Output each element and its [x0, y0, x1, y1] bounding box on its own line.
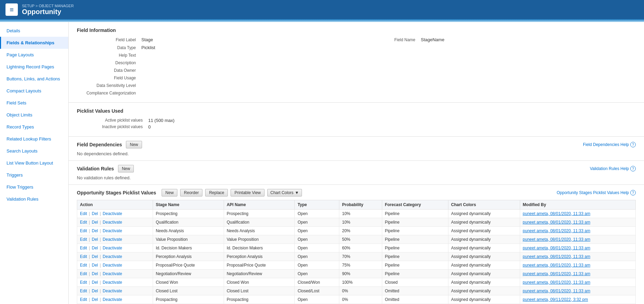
field-label-dataowner: Data Owner [77, 68, 139, 73]
stages-reorder-button[interactable]: Reorder [180, 189, 202, 196]
modified-by-link-2[interactable]: puneet ameta, 08/01/2020, 11:33 am [523, 228, 590, 233]
stages-replace-button[interactable]: Replace [205, 189, 228, 196]
sidebar-item-object-limits[interactable]: Object Limits [0, 109, 68, 121]
modified-by-link-0[interactable]: puneet ameta, 08/01/2020, 11:33 am [523, 211, 590, 216]
modified-by-link-1[interactable]: puneet ameta, 08/01/2020, 11:33 am [523, 220, 590, 225]
row-9-modified-by: puneet ameta, 08/01/2020, 11:33 am [520, 287, 635, 295]
page-title: Opportunity [22, 8, 74, 16]
modified-by-link-10[interactable]: puneet ameta, 09/11/2022, 3:32 pm [523, 297, 588, 302]
action-edit-0[interactable]: Edit [80, 211, 87, 216]
modified-by-link-9[interactable]: puneet ameta, 08/01/2020, 11:33 am [523, 289, 590, 293]
action-edit-4[interactable]: Edit [80, 246, 87, 250]
action-deactivate-3[interactable]: Deactivate [103, 237, 122, 242]
sidebar-item-page-layouts[interactable]: Page Layouts [0, 49, 68, 61]
field-dependencies-section: Field Dependencies New Field Dependencie… [69, 137, 644, 161]
action-del-10[interactable]: Del [92, 297, 98, 302]
row-8-stage-name: Closed Won [153, 278, 224, 287]
sidebar-item-field-sets[interactable]: Field Sets [0, 97, 68, 109]
table-row: Edit | Del | DeactivatePerception Analys… [77, 252, 636, 261]
stages-help-link[interactable]: Opportunity Stages Picklist Values Help [557, 190, 629, 195]
field-dependencies-help-link[interactable]: Field Dependencies Help [583, 142, 629, 147]
action-separator: | [88, 254, 91, 259]
action-del-8[interactable]: Del [92, 280, 98, 285]
action-del-6[interactable]: Del [92, 263, 98, 268]
table-row: Edit | Del | DeactivateClosed WonClosed … [77, 278, 636, 287]
row-0-modified-by: puneet ameta, 08/01/2020, 11:33 am [520, 210, 635, 218]
row-4-forecast-category: Pipeline [382, 244, 448, 252]
action-edit-9[interactable]: Edit [80, 289, 87, 293]
sidebar-item-record-types[interactable]: Record Types [0, 121, 68, 133]
stages-new-button[interactable]: New [162, 189, 177, 196]
action-separator: | [99, 220, 102, 225]
action-del-0[interactable]: Del [92, 211, 98, 216]
action-del-3[interactable]: Del [92, 237, 98, 242]
sidebar-item-details[interactable]: Details [0, 25, 68, 37]
action-separator: | [88, 263, 91, 268]
action-del-7[interactable]: Del [92, 271, 98, 276]
sidebar-item-list-view-button-layout[interactable]: List View Button Layout [0, 157, 68, 169]
action-deactivate-9[interactable]: Deactivate [103, 289, 122, 293]
sidebar-item-fields-relationships[interactable]: Fields & Relationships [0, 37, 68, 49]
action-del-4[interactable]: Del [92, 246, 98, 250]
col-type: Type [295, 200, 339, 210]
action-deactivate-5[interactable]: Deactivate [103, 254, 122, 259]
action-deactivate-6[interactable]: Deactivate [103, 263, 122, 268]
action-deactivate-10[interactable]: Deactivate [103, 297, 122, 302]
stages-chart-colors-button[interactable]: Chart Colors ▼ [267, 189, 302, 196]
breadcrumb-setup[interactable]: SETUP [22, 4, 34, 8]
action-del-2[interactable]: Del [92, 228, 98, 233]
row-10-stage-name: Prospacting [153, 295, 224, 304]
sidebar-item-flow-triggers[interactable]: Flow Triggers [0, 181, 68, 193]
action-separator: | [99, 228, 102, 233]
sidebar-item-search-layouts[interactable]: Search Layouts [0, 145, 68, 157]
sidebar-item-related-lookup-filters[interactable]: Related Lookup Filters [0, 133, 68, 145]
action-edit-8[interactable]: Edit [80, 280, 87, 285]
action-deactivate-2[interactable]: Deactivate [103, 228, 122, 233]
action-edit-3[interactable]: Edit [80, 237, 87, 242]
stages-title: Opportunity Stages Picklist Values [77, 190, 156, 195]
stages-printable-view-button[interactable]: Printable View [231, 189, 265, 196]
validation-rules-help-link[interactable]: Validation Rules Help [590, 166, 629, 171]
modified-by-link-5[interactable]: puneet ameta, 08/01/2020, 11:33 am [523, 254, 590, 259]
sidebar-item-lightning-record-pages[interactable]: Lightning Record Pages [0, 61, 68, 73]
action-edit-10[interactable]: Edit [80, 297, 87, 302]
sidebar-item-buttons-links-actions[interactable]: Buttons, Links, and Actions [0, 73, 68, 85]
modified-by-link-6[interactable]: puneet ameta, 08/01/2020, 11:33 am [523, 263, 590, 268]
picklist-values-section: Picklist Values Used Active picklist val… [69, 103, 644, 137]
modified-by-link-3[interactable]: puneet ameta, 08/01/2020, 11:33 am [523, 237, 590, 242]
action-del-5[interactable]: Del [92, 254, 98, 259]
action-separator: | [99, 246, 102, 250]
modified-by-link-8[interactable]: puneet ameta, 08/01/2020, 11:33 am [523, 280, 590, 285]
row-10-probability: 0% [339, 295, 382, 304]
stages-help-icon[interactable]: ? [630, 190, 636, 195]
validation-rules-new-button[interactable]: New [118, 165, 134, 172]
action-deactivate-1[interactable]: Deactivate [103, 220, 122, 225]
modified-by-link-4[interactable]: puneet ameta, 08/01/2020, 11:33 am [523, 246, 590, 250]
validation-rules-content: No validation rules defined. [77, 175, 636, 180]
modified-by-link-7[interactable]: puneet ameta, 08/01/2020, 11:33 am [523, 271, 590, 276]
action-edit-1[interactable]: Edit [80, 220, 87, 225]
sidebar-item-compact-layouts[interactable]: Compact Layouts [0, 85, 68, 97]
row-4-chart-colors: Assigned dynamically [448, 244, 520, 252]
field-dependencies-help-icon[interactable]: ? [630, 142, 636, 147]
sidebar-item-validation-rules[interactable]: Validation Rules [0, 193, 68, 205]
field-dependencies-new-button[interactable]: New [126, 141, 142, 148]
row-0-type: Open [295, 210, 339, 218]
action-edit-7[interactable]: Edit [80, 271, 87, 276]
breadcrumb-object-manager[interactable]: OBJECT MANAGER [39, 4, 74, 8]
action-del-9[interactable]: Del [92, 289, 98, 293]
row-1-stage-name: Qualification [153, 218, 224, 227]
action-deactivate-7[interactable]: Deactivate [103, 271, 122, 276]
row-0-api-name: Prospecting [224, 210, 295, 218]
table-row: Edit | Del | DeactivateClosed LostClosed… [77, 287, 636, 295]
action-edit-6[interactable]: Edit [80, 263, 87, 268]
validation-rules-help-icon[interactable]: ? [630, 166, 636, 171]
action-edit-5[interactable]: Edit [80, 254, 87, 259]
sidebar-item-triggers[interactable]: Triggers [0, 169, 68, 181]
action-separator: | [88, 289, 91, 293]
action-deactivate-0[interactable]: Deactivate [103, 211, 122, 216]
action-deactivate-4[interactable]: Deactivate [103, 246, 122, 250]
action-deactivate-8[interactable]: Deactivate [103, 280, 122, 285]
action-edit-2[interactable]: Edit [80, 228, 87, 233]
action-del-1[interactable]: Del [92, 220, 98, 225]
